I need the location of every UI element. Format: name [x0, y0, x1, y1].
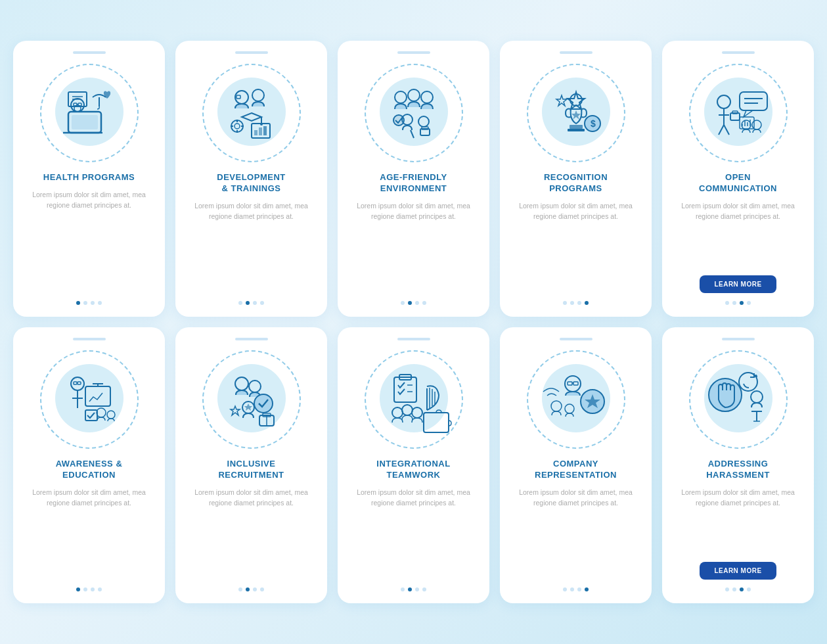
svg-rect-43 [570, 125, 583, 129]
svg-point-70 [55, 364, 123, 432]
card-illustration [50, 72, 129, 154]
pagination-dot-0[interactable] [401, 587, 405, 591]
pagination-dot-2[interactable] [415, 301, 419, 305]
pagination-dot-3[interactable] [98, 587, 102, 591]
card-title: AGE-FRIENDLY ENVIRONMENT [380, 172, 447, 195]
pagination-dot-1[interactable] [83, 587, 87, 591]
card-illustration: $ [537, 72, 615, 154]
card-top-line [560, 338, 592, 340]
pagination-dot-3[interactable] [98, 301, 102, 305]
card-body-text: Lorem ipsum dolor sit dim amet, mea regi… [509, 201, 642, 293]
card-age-friendly-environment: AGE-FRIENDLY ENVIRONMENTLorem ipsum dolo… [338, 41, 489, 317]
card-integrational-teamwork: INTEGRATIONAL TEAMWORKLorem ipsum dolor … [338, 327, 489, 603]
pagination-dot-2[interactable] [577, 301, 581, 305]
svg-rect-28 [254, 130, 257, 135]
pagination-dot-1[interactable] [570, 301, 574, 305]
pagination-dot-3[interactable] [260, 587, 264, 591]
svg-text:$: $ [591, 118, 596, 129]
card-health-programs: HEALTH PROGRAMSLorem ipsum dolor sit dim… [13, 41, 165, 317]
svg-point-51 [704, 78, 772, 146]
card-pagination-dots [401, 301, 426, 305]
pagination-dot-0[interactable] [401, 301, 405, 305]
pagination-dot-0[interactable] [238, 301, 242, 305]
card-pagination-dots [725, 301, 751, 305]
card-pagination-dots [238, 587, 264, 591]
card-icon-health-programs [37, 60, 142, 166]
svg-point-31 [380, 78, 448, 146]
pagination-dot-1[interactable] [246, 301, 250, 305]
card-top-line [397, 338, 430, 340]
card-pagination-dots [76, 301, 102, 305]
card-illustration [537, 359, 615, 440]
card-icon-recognition-programs: $ [524, 60, 629, 166]
learn-more-button[interactable]: LEARN MORE [700, 562, 776, 580]
pagination-dot-3[interactable] [422, 301, 426, 305]
card-icon-development-trainings [199, 60, 304, 166]
card-pagination-dots [401, 587, 426, 591]
pagination-dot-1[interactable] [732, 301, 736, 305]
card-icon-addressing-harassment [686, 347, 791, 452]
card-illustration [212, 359, 291, 440]
pagination-dot-3[interactable] [747, 301, 751, 305]
card-top-line [235, 51, 268, 54]
pagination-dot-2[interactable] [740, 587, 744, 591]
card-body-text: Lorem ipsum dolor sit dim amet, mea regi… [347, 201, 480, 293]
pagination-dot-1[interactable] [246, 587, 250, 591]
card-body-text: Lorem ipsum dolor sit dim amet, mea regi… [347, 488, 480, 580]
card-body-text: Lorem ipsum dolor sit dim amet, mea regi… [22, 488, 156, 580]
pagination-dot-2[interactable] [91, 301, 95, 305]
card-illustration [374, 72, 453, 154]
pagination-dot-2[interactable] [253, 301, 257, 305]
card-body-text: Lorem ipsum dolor sit dim amet, mea regi… [185, 201, 318, 293]
svg-point-88 [254, 394, 273, 413]
pagination-dot-3[interactable] [422, 587, 426, 591]
card-open-communication: OPEN COMMUNICATIONLorem ipsum dolor sit … [662, 41, 814, 317]
card-body-text: Lorem ipsum dolor sit dim amet, mea regi… [671, 201, 805, 269]
card-icon-inclusive-recruitment [199, 347, 304, 452]
pagination-dot-3[interactable] [585, 301, 589, 305]
pagination-dot-3[interactable] [747, 587, 751, 591]
svg-rect-44 [568, 129, 585, 131]
pagination-dot-3[interactable] [260, 301, 264, 305]
pagination-dot-0[interactable] [76, 587, 80, 591]
pagination-dot-2[interactable] [740, 301, 744, 305]
card-illustration [699, 72, 778, 154]
card-top-line [73, 338, 106, 340]
pagination-dot-2[interactable] [415, 587, 419, 591]
pagination-dot-2[interactable] [91, 587, 95, 591]
pagination-dot-0[interactable] [563, 301, 567, 305]
card-company-representation: COMPANY REPRESENTATIONLorem ipsum dolor … [500, 327, 652, 603]
card-recognition-programs: $ RECOGNITION PROGRAMSLorem ipsum dolor … [500, 41, 652, 317]
pagination-dot-0[interactable] [76, 301, 80, 305]
pagination-dot-1[interactable] [408, 301, 412, 305]
card-title: ADDRESSING HARASSMENT [706, 459, 770, 481]
card-top-line [397, 51, 430, 54]
pagination-dot-1[interactable] [83, 301, 87, 305]
pagination-dot-0[interactable] [725, 301, 729, 305]
pagination-dot-2[interactable] [253, 587, 257, 591]
card-pagination-dots [725, 587, 751, 591]
card-top-line [560, 51, 592, 54]
pagination-dot-1[interactable] [570, 587, 574, 591]
card-inclusive-recruitment: INCLUSIVE RECRUITMENTLorem ipsum dolor s… [175, 327, 327, 603]
learn-more-button[interactable]: LEARN MORE [700, 275, 776, 293]
card-grid: HEALTH PROGRAMSLorem ipsum dolor sit dim… [13, 41, 814, 603]
pagination-dot-0[interactable] [238, 587, 242, 591]
pagination-dot-2[interactable] [577, 587, 581, 591]
card-icon-integrational-teamwork [361, 347, 466, 452]
card-title: RECOGNITION PROGRAMS [544, 172, 608, 195]
pagination-dot-1[interactable] [732, 587, 736, 591]
card-title: AWARENESS & EDUCATION [56, 459, 123, 481]
card-top-line [73, 51, 106, 54]
card-icon-company-representation [524, 347, 629, 452]
pagination-dot-0[interactable] [563, 587, 567, 591]
pagination-dot-0[interactable] [725, 587, 729, 591]
card-title: COMPANY REPRESENTATION [535, 459, 617, 481]
card-title: DEVELOPMENT & TRAININGS [217, 172, 285, 195]
card-title: OPEN COMMUNICATION [699, 172, 777, 195]
card-title: HEALTH PROGRAMS [43, 172, 135, 183]
pagination-dot-1[interactable] [408, 587, 412, 591]
card-top-line [722, 51, 755, 54]
svg-rect-29 [259, 127, 262, 135]
pagination-dot-3[interactable] [585, 587, 589, 591]
